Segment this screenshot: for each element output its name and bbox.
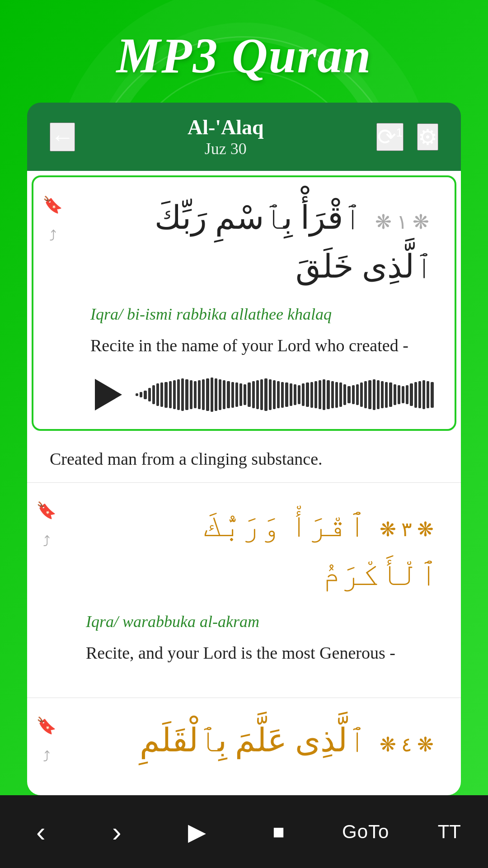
next-button[interactable]: › — [103, 811, 131, 852]
app-title: MP3 Quran — [0, 0, 488, 103]
waveform-bar-16 — [202, 379, 205, 410]
verse-3-transliteration: Iqra/ warabbuka al-akram — [50, 612, 438, 631]
waveform-bar-14 — [194, 381, 197, 409]
waveform-bar-18 — [211, 377, 213, 412]
waveform-bar-54 — [360, 382, 363, 406]
waveform-bar-17 — [206, 378, 209, 411]
waveform-bar-15 — [198, 380, 201, 410]
verse-list: 🔖 ⤴ ❋ ١ ❋ ٱقْرَأْ بِٱسْمِ رَبِّكَ ٱلَّذِ… — [27, 171, 461, 795]
prev-button[interactable]: ‹ — [27, 811, 55, 852]
waveform-bar-25 — [239, 383, 242, 406]
waveform-bar-27 — [248, 382, 250, 406]
share-button-4[interactable]: ⤴ — [36, 749, 56, 765]
waveform-bar-5 — [156, 383, 159, 406]
waveform-bar-39 — [298, 385, 300, 404]
waveform-bar-65 — [406, 385, 408, 404]
waveform-bar-1 — [140, 392, 142, 397]
verse-1-transliteration: Iqra/ bi-ismi rabbika allathee khalaq — [54, 305, 434, 324]
waveform-bar-62 — [394, 384, 396, 405]
verse-2-translation: Created man from a clinging substance. — [50, 449, 323, 468]
repeat-button[interactable]: ⟳1 — [376, 123, 404, 151]
waveform-bar-2 — [144, 391, 146, 399]
verse-1-number-badge: ❋ ١ ❋ — [375, 208, 429, 237]
waveform-bar-8 — [169, 381, 172, 409]
waveform-bar-34 — [277, 381, 280, 409]
verse-3-translation: Recite, and your Lord is the most Genero… — [50, 640, 438, 666]
goto-button[interactable]: GoTo — [342, 821, 389, 843]
waveform-bar-71 — [431, 382, 433, 408]
verse-3-number-badge: ❋ ٣ ❋ — [380, 515, 434, 545]
font-size-button[interactable]: TT — [438, 821, 461, 843]
waveform-bar-33 — [273, 380, 276, 410]
verse-4-arabic: ❋ ٤ ❋ ٱلَّذِى عَلَّمَ بِٱلْقَلَمِ — [50, 716, 438, 765]
waveform-bar-32 — [269, 379, 272, 410]
verse-3-actions: 🔖 ⤴ — [36, 501, 56, 550]
nav-icons: ⟳1 ⚙ — [376, 123, 438, 151]
global-play-button[interactable]: ▶ — [179, 814, 215, 850]
verse-card-4: 🔖 ⤴ ❋ ٤ ❋ ٱلَّذِى عَلَّمَ بِٱلْقَلَمِ — [27, 698, 461, 795]
waveform-bar-36 — [285, 382, 288, 406]
waveform-bar-12 — [185, 379, 188, 410]
waveform-bar-42 — [310, 382, 313, 408]
waveform-bar-19 — [215, 378, 217, 411]
share-button-1[interactable]: ⤴ — [42, 228, 63, 245]
nav-bar: ← Al-'Alaq Juz 30 ⟳1 ⚙ — [27, 103, 461, 171]
waveform-bar-64 — [402, 386, 404, 403]
waveform-bar-66 — [410, 383, 413, 406]
verse-3-arabic: ❋ ٣ ❋ ٱقْرَأْ وَرَبُّكَ ٱلْأَكْرَمُ — [50, 501, 438, 599]
bottom-nav: ‹ › ▶ ■ GoTo TT — [0, 795, 488, 868]
waveform-bar-13 — [190, 380, 192, 410]
verse-card-3: 🔖 ⤴ ❋ ٣ ❋ ٱقْرَأْ وَرَبُّكَ ٱلْأَكْرَمُ … — [27, 483, 461, 698]
waveform-bar-46 — [327, 380, 329, 410]
waveform-bar-23 — [231, 382, 234, 408]
share-button-3[interactable]: ⤴ — [36, 533, 56, 550]
bookmark-button-1[interactable]: 🔖 — [42, 195, 63, 214]
waveform-bar-6 — [160, 382, 163, 406]
waveform-bar-7 — [164, 382, 167, 408]
waveform-bar-61 — [389, 382, 392, 406]
waveform-bar-51 — [347, 386, 350, 403]
back-button[interactable]: ← — [50, 123, 75, 151]
waveform-bar-28 — [252, 381, 255, 409]
waveform-bar-41 — [306, 382, 309, 406]
waveform-bar-48 — [335, 382, 338, 408]
bookmark-button-4[interactable]: 🔖 — [36, 716, 56, 735]
bookmark-button-3[interactable]: 🔖 — [36, 501, 56, 520]
waveform-bar-50 — [343, 384, 346, 405]
verse-card-1: 🔖 ⤴ ❋ ١ ❋ ٱقْرَأْ بِٱسْمِ رَبِّكَ ٱلَّذِ… — [32, 175, 456, 431]
surah-name: Al-'Alaq — [188, 115, 264, 139]
waveform-bar-4 — [152, 385, 155, 404]
waveform-bar-11 — [181, 378, 184, 411]
waveform-bar-57 — [373, 379, 375, 410]
stop-button[interactable]: ■ — [263, 816, 294, 848]
waveform-1[interactable] — [136, 377, 434, 413]
waveform-bar-29 — [256, 380, 259, 410]
play-icon-1 — [95, 379, 122, 410]
waveform-bar-38 — [294, 384, 296, 405]
waveform-bar-43 — [314, 381, 317, 409]
waveform-bar-26 — [244, 384, 246, 405]
waveform-bar-69 — [422, 380, 425, 410]
waveform-bar-47 — [331, 381, 334, 409]
verse-1-arabic: ❋ ١ ❋ ٱقْرَأْ بِٱسْمِ رَبِّكَ ٱلَّذِى خَ… — [54, 193, 434, 291]
waveform-bar-37 — [290, 383, 292, 406]
waveform-bar-52 — [352, 385, 355, 404]
waveform-bar-63 — [398, 385, 400, 404]
waveform-bar-70 — [427, 381, 429, 409]
play-button-1[interactable] — [90, 377, 127, 413]
waveform-bar-56 — [368, 380, 371, 410]
waveform-bar-55 — [364, 381, 367, 409]
waveform-bar-31 — [264, 378, 267, 411]
nav-title: Al-'Alaq Juz 30 — [188, 115, 264, 158]
waveform-bar-0 — [136, 393, 138, 396]
waveform-bar-30 — [260, 379, 263, 410]
waveform-bar-68 — [418, 381, 421, 409]
waveform-bar-58 — [377, 380, 380, 410]
waveform-bar-49 — [339, 382, 342, 406]
waveform-bar-21 — [223, 380, 225, 410]
settings-button[interactable]: ⚙ — [417, 123, 438, 151]
waveform-bar-44 — [319, 380, 321, 410]
verse-1-translation: Recite in the name of your Lord who crea… — [54, 333, 434, 359]
juz-label: Juz 30 — [188, 139, 264, 158]
waveform-bar-9 — [173, 380, 176, 410]
